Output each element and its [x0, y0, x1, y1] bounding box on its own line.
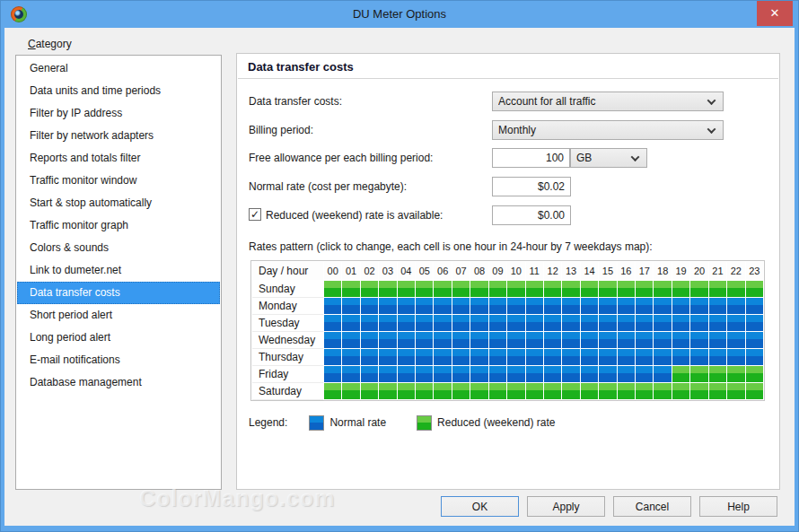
- rate-cell[interactable]: [727, 349, 744, 365]
- rate-cell[interactable]: [452, 315, 470, 331]
- rate-cell[interactable]: [416, 298, 433, 314]
- rate-cell[interactable]: [452, 366, 470, 382]
- rate-cell[interactable]: [727, 366, 744, 382]
- rate-cell[interactable]: [581, 366, 598, 382]
- rate-cell[interactable]: [690, 332, 707, 348]
- rate-cell[interactable]: [489, 298, 506, 314]
- rate-cell[interactable]: [727, 281, 744, 297]
- rate-cell[interactable]: [599, 332, 616, 348]
- normal-rate-input[interactable]: [492, 177, 571, 196]
- rate-cell[interactable]: [379, 315, 396, 331]
- rate-cell[interactable]: [416, 366, 433, 382]
- rate-cell[interactable]: [746, 332, 763, 348]
- rate-cell[interactable]: [470, 281, 487, 297]
- rate-cell[interactable]: [324, 349, 341, 365]
- rate-cell[interactable]: [324, 383, 341, 399]
- rate-cell[interactable]: [672, 332, 689, 348]
- category-item[interactable]: Short period alert: [17, 304, 220, 327]
- rate-cell[interactable]: [562, 349, 579, 365]
- rate-cell[interactable]: [599, 315, 616, 331]
- rate-cell[interactable]: [361, 298, 378, 314]
- rate-cell[interactable]: [709, 315, 726, 331]
- rate-cell[interactable]: [342, 281, 359, 297]
- rate-cell[interactable]: [599, 281, 616, 297]
- rate-cell[interactable]: [746, 366, 763, 382]
- rate-cell[interactable]: [489, 349, 506, 365]
- rate-cell[interactable]: [398, 298, 415, 314]
- rate-cell[interactable]: [581, 383, 598, 399]
- rate-cell[interactable]: [672, 383, 689, 399]
- rate-cell[interactable]: [562, 332, 579, 348]
- rate-cell[interactable]: [507, 366, 524, 382]
- rate-cell[interactable]: [581, 298, 598, 314]
- rate-cell[interactable]: [507, 281, 524, 297]
- rate-cell[interactable]: [342, 349, 359, 365]
- rate-cell[interactable]: [416, 383, 433, 399]
- category-item[interactable]: Filter by network adapters: [17, 125, 220, 147]
- category-item[interactable]: Start & stop automatically: [17, 192, 220, 214]
- rate-cell[interactable]: [526, 349, 543, 365]
- rate-cell[interactable]: [379, 383, 396, 399]
- rate-cell[interactable]: [636, 281, 653, 297]
- rate-cell[interactable]: [470, 349, 487, 365]
- rate-cell[interactable]: [342, 366, 359, 382]
- rate-cell[interactable]: [398, 349, 415, 365]
- category-item[interactable]: E-mail notifications: [17, 349, 220, 371]
- rate-cell[interactable]: [507, 298, 524, 314]
- rate-cell[interactable]: [507, 349, 524, 365]
- rate-cell[interactable]: [618, 349, 635, 365]
- rate-cell[interactable]: [361, 349, 378, 365]
- rate-cell[interactable]: [599, 383, 616, 399]
- rate-cell[interactable]: [434, 315, 451, 331]
- rate-cell[interactable]: [342, 332, 359, 348]
- rate-cell[interactable]: [672, 298, 689, 314]
- rate-cell[interactable]: [324, 315, 341, 331]
- rate-cell[interactable]: [544, 332, 561, 348]
- rate-cell[interactable]: [470, 315, 487, 331]
- rate-cell[interactable]: [526, 383, 543, 399]
- rate-cell[interactable]: [562, 383, 579, 399]
- rate-cell[interactable]: [398, 383, 415, 399]
- reduced-rate-checkbox[interactable]: ✓: [249, 208, 261, 221]
- rate-cell[interactable]: [324, 332, 341, 348]
- rate-cell[interactable]: [709, 349, 726, 365]
- rate-cell[interactable]: [746, 281, 763, 297]
- rate-cell[interactable]: [489, 332, 506, 348]
- rate-cell[interactable]: [361, 383, 378, 399]
- rate-cell[interactable]: [581, 332, 598, 348]
- rate-cell[interactable]: [470, 332, 487, 348]
- rate-cell[interactable]: [636, 349, 653, 365]
- rate-cell[interactable]: [636, 332, 653, 348]
- ok-button[interactable]: OK: [441, 496, 519, 517]
- rate-cell[interactable]: [489, 315, 506, 331]
- rate-cell[interactable]: [489, 281, 506, 297]
- rate-cell[interactable]: [526, 281, 543, 297]
- rate-cell[interactable]: [599, 298, 616, 314]
- rate-cell[interactable]: [434, 281, 451, 297]
- rate-cell[interactable]: [727, 315, 744, 331]
- rate-cell[interactable]: [727, 298, 744, 314]
- rate-cell[interactable]: [398, 315, 415, 331]
- category-item[interactable]: General: [17, 57, 220, 80]
- rate-cell[interactable]: [342, 298, 359, 314]
- rate-cell[interactable]: [526, 298, 543, 314]
- rate-cell[interactable]: [618, 315, 635, 331]
- rate-cell[interactable]: [470, 298, 487, 314]
- rate-cell[interactable]: [618, 298, 635, 314]
- rate-cell[interactable]: [544, 383, 561, 399]
- rate-cell[interactable]: [324, 298, 341, 314]
- close-button[interactable]: ✕: [757, 1, 793, 26]
- rate-cell[interactable]: [342, 383, 359, 399]
- rate-cell[interactable]: [581, 349, 598, 365]
- rate-cell[interactable]: [416, 332, 433, 348]
- rate-cell[interactable]: [746, 383, 763, 399]
- rate-cell[interactable]: [526, 315, 543, 331]
- rate-cell[interactable]: [672, 366, 689, 382]
- rate-cell[interactable]: [361, 366, 378, 382]
- rate-cell[interactable]: [562, 315, 579, 331]
- cancel-button[interactable]: Cancel: [613, 496, 691, 517]
- rate-cell[interactable]: [636, 315, 653, 331]
- category-item[interactable]: Colors & sounds: [17, 237, 220, 259]
- rate-cell[interactable]: [709, 298, 726, 314]
- rate-cell[interactable]: [398, 366, 415, 382]
